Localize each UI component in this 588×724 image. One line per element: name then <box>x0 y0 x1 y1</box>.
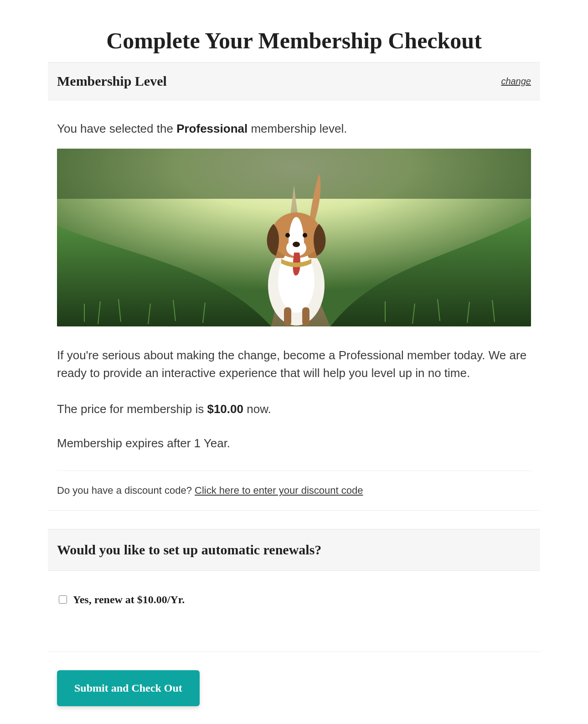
selected-suffix: membership level. <box>248 122 347 135</box>
svg-rect-16 <box>302 307 309 326</box>
submit-checkout-button[interactable]: Submit and Check Out <box>57 670 200 706</box>
selected-level-name: Professional <box>176 122 248 135</box>
svg-point-20 <box>285 233 290 238</box>
auto-renewal-label: Yes, renew at $10.00/Yr. <box>73 594 185 606</box>
auto-renewal-checkbox[interactable] <box>59 595 67 604</box>
svg-point-19 <box>293 242 300 247</box>
discount-prompt: Do you have a discount code? <box>57 485 195 496</box>
membership-price-line: The price for membership is $10.00 now. <box>57 402 531 416</box>
selected-membership-text: You have selected the Professional membe… <box>57 120 531 138</box>
price-prefix: The price for membership is <box>57 402 207 416</box>
price-value: $10.00 <box>207 402 243 416</box>
price-suffix: now. <box>243 402 271 416</box>
membership-description: If you're serious about making the chang… <box>57 346 531 382</box>
discount-row: Do you have a discount code? Click here … <box>48 471 540 510</box>
discount-code-link[interactable]: Click here to enter your discount code <box>195 485 363 496</box>
membership-expires: Membership expires after 1 Year. <box>57 436 531 450</box>
membership-hero-image <box>57 149 531 326</box>
auto-renewal-option[interactable]: Yes, renew at $10.00/Yr. <box>48 571 540 652</box>
auto-renewal-header: Would you like to set up automatic renew… <box>48 529 540 571</box>
membership-level-header: Membership Level change <box>48 62 540 100</box>
auto-renewal-heading: Would you like to set up automatic renew… <box>57 542 531 558</box>
page-title: Complete Your Membership Checkout <box>48 27 540 54</box>
selected-prefix: You have selected the <box>57 122 176 135</box>
svg-rect-15 <box>284 307 291 326</box>
svg-point-21 <box>303 233 307 238</box>
membership-level-heading: Membership Level <box>57 73 167 89</box>
change-level-link[interactable]: change <box>501 76 531 87</box>
